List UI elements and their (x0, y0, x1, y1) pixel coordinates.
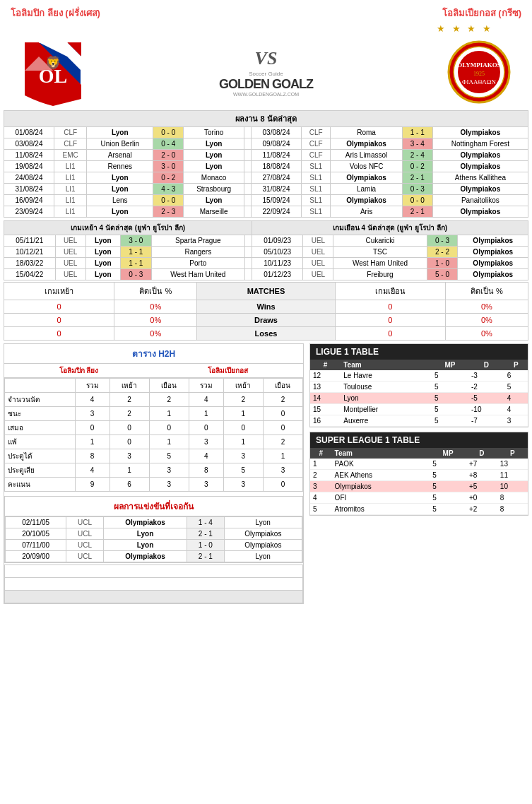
el-comp-0: UEL (55, 235, 85, 247)
lr-score-1: 0 - 4 (153, 138, 184, 150)
lr-date-2: 11/08/24 (4, 150, 54, 161)
h2h-r3-v5: 2 (263, 435, 302, 449)
empty-rows (4, 564, 303, 603)
ligue1-row-0: 12 Le Havre 5 -3 6 (310, 370, 528, 382)
ligue1-r4-d: -7 (468, 415, 504, 427)
recent8-row-3: 19/08/24 LI1 Rennes 3 - 0 Lyon 18/08/24 … (4, 161, 528, 172)
euro-row-2: 18/03/22 UEL Lyon 1 - 1 Porto 10/11/23 U… (4, 258, 528, 269)
rr-date-7: 22/09/24 (252, 206, 302, 218)
sl-r2-mp: 5 (430, 481, 466, 492)
h2h-r6-v2: 3 (149, 478, 189, 492)
er-date-2: 10/11/23 (252, 258, 303, 269)
draws-away-pct: 0% (445, 314, 528, 327)
ligue1-row-2-lyon: 14 Lyon 5 -5 4 (310, 393, 528, 404)
h2h-r6-v5: 0 (263, 478, 302, 492)
h2h-r2-v0: 0 (75, 421, 110, 435)
h2h-row-2-label: เสมอ (5, 421, 76, 435)
sl-r4-team: Atromitos (332, 504, 430, 515)
sl-r1-d: +8 (466, 470, 497, 481)
col-pct2-label: คิดเป็น % (445, 283, 528, 300)
lyon-logo-svg: OL 🦁 (21, 39, 85, 106)
h2h-row-6-label: คะแนน (5, 478, 76, 492)
wins-home: 0 (4, 300, 114, 314)
ligue1-r2-mp: 5 (432, 393, 468, 404)
rr-team2-6: Panaitolikos (432, 195, 528, 206)
h2h-col-header-4: รวม (189, 379, 223, 393)
wins-away: 0 (335, 300, 445, 314)
past-match-row-3: 20/09/00 UCL Olympiakos 2 - 1 Lyon (6, 551, 302, 562)
el-date-2: 18/03/22 (4, 258, 56, 269)
pm-comp-2: UCL (66, 540, 103, 551)
lr-date-6: 16/09/24 (4, 195, 54, 206)
h2h-r2-v2: 0 (149, 421, 189, 435)
euro-row-1: 10/12/21 UEL Lyon 1 - 1 Rangers 05/10/23… (4, 247, 528, 258)
rr-team2-3: Olympiakos (432, 161, 528, 172)
h2h-row-5-label: ประตูเสีย (5, 463, 76, 478)
h2h-r6-v0: 9 (75, 478, 110, 492)
h2h-title: ตาราง H2H (4, 344, 303, 364)
sl-r2-d: +5 (466, 481, 497, 492)
lr-team2-3: Lyon (184, 161, 244, 172)
sl-row-1: 2 AEK Athens 5 +8 11 (310, 470, 528, 481)
rr-team1-7: Aris (331, 206, 402, 218)
el-team1-1: Lyon (85, 247, 120, 258)
h2h-r4-v3: 4 (189, 449, 223, 463)
sl-r1-team: AEK Athens (332, 470, 430, 481)
loses-home-pct: 0% (114, 327, 197, 341)
ligue1-r3-pos: 15 (310, 404, 341, 415)
rr-team1-6: Olympiakos (331, 195, 402, 206)
sl-r3-p: 8 (497, 492, 528, 504)
loses-away-pct: 0% (445, 327, 528, 341)
er-team1-2: West Ham United (333, 258, 427, 269)
sl-r3-pos: 4 (310, 492, 332, 504)
lr-score-7: 2 - 3 (153, 206, 184, 218)
sl-r0-team: PAOK (332, 459, 430, 470)
recent8-table: ผลงาน 8 นัดล่าสุด 01/08/24 CLF Lyon 0 - … (4, 110, 528, 218)
er-team2-2: Olympiakos (458, 258, 528, 269)
lr-spacer-3 (244, 161, 252, 172)
h2h-r5-v1: 1 (110, 463, 149, 478)
lr-score-6: 0 - 0 (153, 195, 184, 206)
h2h-r1-v1: 2 (110, 407, 149, 421)
el-team2-3: West Ham United (151, 269, 244, 280)
site-url: WWW.GOLDENGOALZ.COM (88, 92, 444, 97)
h2h-r4-v2: 5 (149, 449, 189, 463)
ligue1-r3-mp: 5 (432, 404, 468, 415)
h2h-r4-v5: 1 (263, 449, 302, 463)
el-spacer-1 (244, 247, 252, 258)
sl-r2-p: 10 (497, 481, 528, 492)
er-score-2: 1 - 0 (427, 258, 458, 269)
pm-score-2: 1 - 0 (187, 540, 224, 551)
er-score-0: 0 - 3 (427, 235, 458, 247)
lr-score-0: 0 - 0 (153, 127, 184, 138)
h2h-subtitle: โอลิมปิก ลียง โอลิมเปียกอส (4, 364, 303, 378)
sl-r1-mp: 5 (430, 470, 466, 481)
ligue1-r1-d: -2 (468, 382, 504, 393)
h2h-r5-v5: 3 (263, 463, 302, 478)
h2h-r2-v3: 0 (189, 421, 223, 435)
sl-r4-mp: 5 (430, 504, 466, 515)
h2h-col-header-6: เยือน (263, 379, 302, 393)
pm-score-3: 2 - 1 (187, 551, 224, 562)
header-row: โอลิมปิก ลียง (ฝรั่งเศส) โอลิมเปียกอส (ก… (4, 0, 528, 23)
ligue1-col-pos: # (310, 360, 341, 370)
sl-row-2-olympiakos: 3 Olympiakos 5 +5 10 (310, 481, 528, 492)
svg-text:1925: 1925 (473, 71, 485, 77)
pm-team1-2: Lyon (103, 540, 187, 551)
h2h-r0-v4: 2 (223, 393, 263, 407)
h2h-col-header-5: เหย้า (223, 379, 263, 393)
rr-team2-2: Olympiakos (432, 150, 528, 161)
recent8-header: ผลงาน 8 นัดล่าสุด (4, 111, 528, 127)
lr-comp-5: LI1 (54, 184, 87, 195)
lr-comp-0: CLF (54, 127, 87, 138)
er-team2-0: Olympiakos (458, 235, 528, 247)
h2h-r3-v2: 1 (149, 435, 189, 449)
ligue1-r0-pos: 12 (310, 370, 341, 382)
ligue1-r1-team: Toulouse (341, 382, 432, 393)
er-score-1: 2 - 2 (427, 247, 458, 258)
h2h-col-header-1: รวม (75, 379, 110, 393)
stats-table: เกมเหย้า คิดเป็น % MATCHES เกมเยือน คิดเ… (4, 282, 528, 341)
lr-team1-5: Lyon (87, 184, 153, 195)
pm-comp-1: UCL (66, 528, 103, 540)
h2h-row-3-label: แพ้ (5, 435, 76, 449)
